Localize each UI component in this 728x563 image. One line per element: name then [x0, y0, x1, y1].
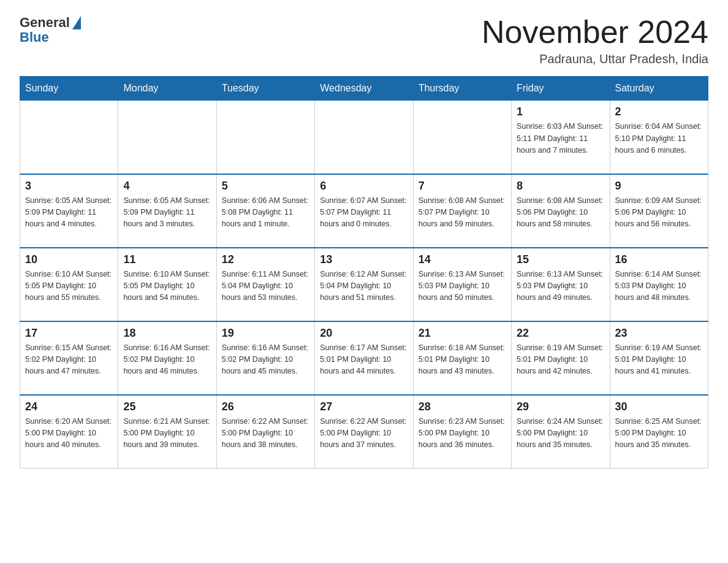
- calendar-cell: 21Sunrise: 6:18 AM Sunset: 5:01 PM Dayli…: [413, 321, 511, 395]
- day-info: Sunrise: 6:09 AM Sunset: 5:06 PM Dayligh…: [615, 195, 703, 231]
- day-number: 12: [222, 253, 309, 266]
- calendar-cell: 26Sunrise: 6:22 AM Sunset: 5:00 PM Dayli…: [216, 395, 314, 469]
- calendar-cell: 3Sunrise: 6:05 AM Sunset: 5:09 PM Daylig…: [20, 174, 118, 248]
- calendar-week-row: 17Sunrise: 6:15 AM Sunset: 5:02 PM Dayli…: [20, 321, 708, 395]
- day-of-week-header: Thursday: [413, 77, 511, 101]
- day-number: 18: [123, 327, 211, 340]
- day-info: Sunrise: 6:15 AM Sunset: 5:02 PM Dayligh…: [25, 342, 113, 378]
- day-number: 3: [25, 180, 113, 193]
- day-of-week-header: Saturday: [610, 77, 708, 101]
- day-number: 4: [123, 180, 211, 193]
- day-number: 8: [517, 180, 604, 193]
- location: Padrauna, Uttar Pradesh, India: [482, 52, 708, 66]
- day-number: 27: [320, 400, 408, 413]
- day-number: 17: [25, 327, 113, 340]
- calendar-cell: 28Sunrise: 6:23 AM Sunset: 5:00 PM Dayli…: [413, 395, 511, 469]
- calendar-cell: 1Sunrise: 6:03 AM Sunset: 5:11 PM Daylig…: [512, 101, 610, 174]
- calendar-cell: 29Sunrise: 6:24 AM Sunset: 5:00 PM Dayli…: [512, 395, 610, 469]
- calendar-week-row: 24Sunrise: 6:20 AM Sunset: 5:00 PM Dayli…: [20, 395, 708, 469]
- calendar-cell: 27Sunrise: 6:22 AM Sunset: 5:00 PM Dayli…: [315, 395, 413, 469]
- day-info: Sunrise: 6:24 AM Sunset: 5:00 PM Dayligh…: [517, 416, 604, 451]
- day-number: 11: [123, 253, 211, 266]
- day-of-week-header: Friday: [512, 77, 610, 101]
- day-of-week-header: Wednesday: [315, 77, 413, 101]
- day-info: Sunrise: 6:21 AM Sunset: 5:00 PM Dayligh…: [123, 416, 211, 451]
- day-info: Sunrise: 6:06 AM Sunset: 5:08 PM Dayligh…: [222, 195, 309, 231]
- day-number: 10: [25, 253, 113, 266]
- calendar-week-row: 3Sunrise: 6:05 AM Sunset: 5:09 PM Daylig…: [20, 174, 708, 248]
- day-info: Sunrise: 6:16 AM Sunset: 5:02 PM Dayligh…: [123, 342, 211, 378]
- day-info: Sunrise: 6:19 AM Sunset: 5:01 PM Dayligh…: [615, 342, 703, 378]
- calendar-cell: 2Sunrise: 6:04 AM Sunset: 5:10 PM Daylig…: [610, 101, 708, 174]
- calendar-cell: 14Sunrise: 6:13 AM Sunset: 5:03 PM Dayli…: [413, 248, 511, 321]
- calendar-cell: 13Sunrise: 6:12 AM Sunset: 5:04 PM Dayli…: [315, 248, 413, 321]
- calendar-cell: 9Sunrise: 6:09 AM Sunset: 5:06 PM Daylig…: [610, 174, 708, 248]
- day-info: Sunrise: 6:13 AM Sunset: 5:03 PM Dayligh…: [517, 269, 604, 304]
- calendar-cell: 30Sunrise: 6:25 AM Sunset: 5:00 PM Dayli…: [610, 395, 708, 469]
- calendar-cell: 22Sunrise: 6:19 AM Sunset: 5:01 PM Dayli…: [512, 321, 610, 395]
- day-info: Sunrise: 6:17 AM Sunset: 5:01 PM Dayligh…: [320, 342, 408, 378]
- day-number: 2: [615, 105, 703, 118]
- day-number: 23: [615, 327, 703, 340]
- calendar-week-row: 10Sunrise: 6:10 AM Sunset: 5:05 PM Dayli…: [20, 248, 708, 321]
- day-of-week-header: Sunday: [20, 77, 118, 101]
- day-info: Sunrise: 6:08 AM Sunset: 5:06 PM Dayligh…: [517, 195, 604, 231]
- calendar-cell: [315, 101, 413, 174]
- day-number: 28: [419, 400, 506, 413]
- day-number: 19: [222, 327, 309, 340]
- logo-general-text: General: [20, 15, 70, 31]
- calendar-cell: 20Sunrise: 6:17 AM Sunset: 5:01 PM Dayli…: [315, 321, 413, 395]
- day-info: Sunrise: 6:03 AM Sunset: 5:11 PM Dayligh…: [517, 121, 604, 156]
- calendar-cell: 19Sunrise: 6:16 AM Sunset: 5:02 PM Dayli…: [216, 321, 314, 395]
- day-info: Sunrise: 6:04 AM Sunset: 5:10 PM Dayligh…: [615, 121, 703, 156]
- day-info: Sunrise: 6:20 AM Sunset: 5:00 PM Dayligh…: [25, 416, 113, 451]
- day-number: 6: [320, 180, 408, 193]
- calendar-cell: 15Sunrise: 6:13 AM Sunset: 5:03 PM Dayli…: [512, 248, 610, 321]
- page-header: General Blue November 2024 Padrauna, Utt…: [20, 15, 708, 66]
- calendar-cell: 12Sunrise: 6:11 AM Sunset: 5:04 PM Dayli…: [216, 248, 314, 321]
- day-info: Sunrise: 6:07 AM Sunset: 5:07 PM Dayligh…: [320, 195, 408, 231]
- calendar-cell: 10Sunrise: 6:10 AM Sunset: 5:05 PM Dayli…: [20, 248, 118, 321]
- day-number: 30: [615, 400, 703, 413]
- day-info: Sunrise: 6:19 AM Sunset: 5:01 PM Dayligh…: [517, 342, 604, 378]
- calendar-cell: 5Sunrise: 6:06 AM Sunset: 5:08 PM Daylig…: [216, 174, 314, 248]
- calendar-cell: [20, 101, 118, 174]
- calendar-cell: 7Sunrise: 6:08 AM Sunset: 5:07 PM Daylig…: [413, 174, 511, 248]
- calendar-cell: 6Sunrise: 6:07 AM Sunset: 5:07 PM Daylig…: [315, 174, 413, 248]
- day-info: Sunrise: 6:23 AM Sunset: 5:00 PM Dayligh…: [419, 416, 506, 451]
- day-number: 20: [320, 327, 408, 340]
- calendar-cell: 25Sunrise: 6:21 AM Sunset: 5:00 PM Dayli…: [118, 395, 216, 469]
- calendar-cell: [413, 101, 511, 174]
- day-of-week-header: Monday: [118, 77, 216, 101]
- day-number: 7: [419, 180, 506, 193]
- day-info: Sunrise: 6:18 AM Sunset: 5:01 PM Dayligh…: [419, 342, 506, 378]
- calendar-table: SundayMondayTuesdayWednesdayThursdayFrid…: [20, 76, 708, 469]
- calendar-week-row: 1Sunrise: 6:03 AM Sunset: 5:11 PM Daylig…: [20, 101, 708, 174]
- calendar-cell: 8Sunrise: 6:08 AM Sunset: 5:06 PM Daylig…: [512, 174, 610, 248]
- month-title: November 2024: [482, 15, 708, 50]
- day-info: Sunrise: 6:08 AM Sunset: 5:07 PM Dayligh…: [419, 195, 506, 231]
- title-section: November 2024 Padrauna, Uttar Pradesh, I…: [482, 15, 708, 66]
- day-number: 5: [222, 180, 309, 193]
- day-number: 9: [615, 180, 703, 193]
- day-info: Sunrise: 6:13 AM Sunset: 5:03 PM Dayligh…: [419, 269, 506, 304]
- day-info: Sunrise: 6:22 AM Sunset: 5:00 PM Dayligh…: [320, 416, 408, 451]
- day-number: 29: [517, 400, 604, 413]
- day-number: 21: [419, 327, 506, 340]
- calendar-header-row: SundayMondayTuesdayWednesdayThursdayFrid…: [20, 77, 708, 101]
- calendar-cell: 23Sunrise: 6:19 AM Sunset: 5:01 PM Dayli…: [610, 321, 708, 395]
- day-number: 15: [517, 253, 604, 266]
- day-number: 25: [123, 400, 211, 413]
- calendar-cell: 16Sunrise: 6:14 AM Sunset: 5:03 PM Dayli…: [610, 248, 708, 321]
- day-info: Sunrise: 6:10 AM Sunset: 5:05 PM Dayligh…: [25, 269, 113, 304]
- day-number: 14: [419, 253, 506, 266]
- day-info: Sunrise: 6:05 AM Sunset: 5:09 PM Dayligh…: [25, 195, 113, 231]
- calendar-cell: [216, 101, 314, 174]
- day-info: Sunrise: 6:05 AM Sunset: 5:09 PM Dayligh…: [123, 195, 211, 231]
- day-info: Sunrise: 6:14 AM Sunset: 5:03 PM Dayligh…: [615, 269, 703, 304]
- day-info: Sunrise: 6:11 AM Sunset: 5:04 PM Dayligh…: [222, 269, 309, 304]
- day-number: 16: [615, 253, 703, 266]
- day-of-week-header: Tuesday: [216, 77, 314, 101]
- calendar-cell: 17Sunrise: 6:15 AM Sunset: 5:02 PM Dayli…: [20, 321, 118, 395]
- calendar-cell: 24Sunrise: 6:20 AM Sunset: 5:00 PM Dayli…: [20, 395, 118, 469]
